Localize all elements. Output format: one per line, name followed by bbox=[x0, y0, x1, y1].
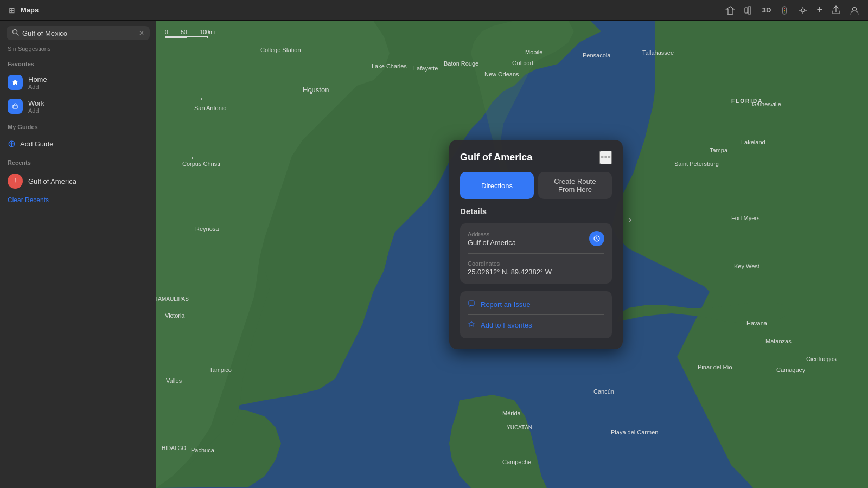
scale-numbers: 0 50 100mi bbox=[165, 29, 215, 35]
traffic-button[interactable] bbox=[780, 5, 789, 15]
home-icon bbox=[8, 75, 23, 90]
copy-address-button[interactable] bbox=[589, 231, 604, 246]
recents-label: Recents bbox=[7, 156, 150, 167]
sidebar: ✕ Siri Suggestions Favorites Home Add Wo… bbox=[0, 21, 156, 488]
main-content: ✕ Siri Suggestions Favorites Home Add Wo… bbox=[0, 21, 868, 488]
coordinates-label: Coordinates bbox=[468, 260, 604, 267]
address-label: Address bbox=[468, 231, 516, 237]
recent-gulf-icon: ! bbox=[8, 174, 23, 189]
clear-recents-button[interactable]: Clear Recents bbox=[7, 195, 150, 205]
report-icon bbox=[468, 300, 475, 309]
app-icon: ⊞ bbox=[9, 6, 15, 15]
svg-point-3 bbox=[784, 8, 785, 9]
svg-point-6 bbox=[801, 9, 805, 12]
svg-rect-0 bbox=[745, 8, 748, 13]
card-extra-actions: Report an Issue Add to Favorites bbox=[460, 291, 612, 338]
details-label: Details bbox=[460, 207, 612, 216]
work-text: Work Add bbox=[28, 99, 44, 114]
sidebar-item-work[interactable]: Work Add bbox=[7, 97, 150, 116]
address-value: Gulf of America bbox=[468, 239, 516, 247]
siri-suggestions-label: Siri Suggestions bbox=[7, 44, 150, 53]
create-route-button[interactable]: Create RouteFrom Here bbox=[538, 172, 612, 199]
scale-bar: 0 50 100mi bbox=[165, 29, 215, 38]
threed-button[interactable]: 3D bbox=[762, 6, 771, 14]
svg-point-5 bbox=[784, 11, 785, 12]
work-icon bbox=[8, 99, 23, 114]
home-text: Home Add bbox=[28, 75, 47, 90]
add-favorites-button[interactable]: Add to Favorites bbox=[468, 315, 604, 335]
location-button[interactable] bbox=[798, 5, 808, 15]
map-area[interactable]: 0 50 100mi Houston San Antonio New Orlea… bbox=[156, 21, 868, 488]
scale-line bbox=[165, 36, 208, 38]
add-guide-label: Add Guide bbox=[20, 140, 53, 148]
san-antonio-dot bbox=[201, 98, 202, 100]
toolbar: 3D + bbox=[725, 4, 859, 16]
address-row: Address Gulf of America bbox=[468, 231, 604, 247]
corpus-christi-dot bbox=[192, 157, 193, 159]
title-bar-left: ⊞ Maps bbox=[9, 6, 39, 15]
share-button[interactable] bbox=[831, 5, 841, 15]
title-bar: ⊞ Maps 3D + bbox=[0, 0, 868, 21]
recent-item-gulf[interactable]: ! Gulf of America bbox=[7, 171, 150, 191]
search-bar[interactable]: ✕ bbox=[7, 26, 150, 40]
svg-point-4 bbox=[784, 10, 785, 11]
address-block: Address Gulf of America bbox=[468, 231, 516, 247]
search-clear-icon[interactable]: ✕ bbox=[139, 29, 144, 37]
map-view-button[interactable] bbox=[744, 5, 754, 15]
coordinates-block: Coordinates 25.02612° N, 89.42382° W bbox=[468, 260, 604, 276]
add-guide-button[interactable]: ⊕ Add Guide bbox=[7, 136, 150, 152]
favorites-section-label: Favorites bbox=[7, 57, 150, 68]
svg-line-13 bbox=[17, 34, 19, 36]
card-expand-arrow[interactable]: › bbox=[628, 213, 632, 226]
profile-button[interactable] bbox=[850, 5, 859, 15]
svg-rect-17 bbox=[469, 301, 474, 305]
report-issue-button[interactable]: Report an Issue bbox=[468, 294, 604, 315]
info-box: Address Gulf of America Coordinates 25.0… bbox=[460, 223, 612, 284]
recent-gulf-label: Gulf of America bbox=[28, 177, 76, 185]
svg-rect-14 bbox=[13, 105, 17, 108]
coordinates-value: 25.02612° N, 89.42382° W bbox=[468, 268, 604, 276]
detail-card: Gulf of America ••• Directions Create Ro… bbox=[449, 140, 623, 349]
add-favorites-label: Add to Favorites bbox=[481, 321, 532, 329]
sidebar-item-home[interactable]: Home Add bbox=[7, 73, 150, 92]
add-button[interactable]: + bbox=[816, 4, 822, 16]
directions-button[interactable]: Directions bbox=[460, 172, 534, 199]
report-issue-label: Report an Issue bbox=[481, 300, 531, 309]
houston-dot bbox=[310, 92, 312, 94]
my-guides-label: My Guides bbox=[7, 120, 150, 131]
svg-rect-1 bbox=[748, 7, 751, 14]
card-header: Gulf of America ••• bbox=[460, 151, 612, 164]
search-input[interactable] bbox=[22, 29, 136, 37]
search-icon bbox=[12, 29, 19, 37]
app-title: Maps bbox=[21, 6, 39, 14]
favorites-icon bbox=[468, 320, 475, 330]
card-more-button[interactable]: ••• bbox=[599, 151, 612, 164]
new-orleans-dot bbox=[493, 75, 494, 76]
flyover-button[interactable] bbox=[725, 5, 735, 15]
info-divider bbox=[468, 253, 604, 254]
card-title: Gulf of America bbox=[460, 152, 532, 163]
card-action-buttons: Directions Create RouteFrom Here bbox=[460, 172, 612, 199]
add-guide-icon: ⊕ bbox=[8, 138, 16, 150]
